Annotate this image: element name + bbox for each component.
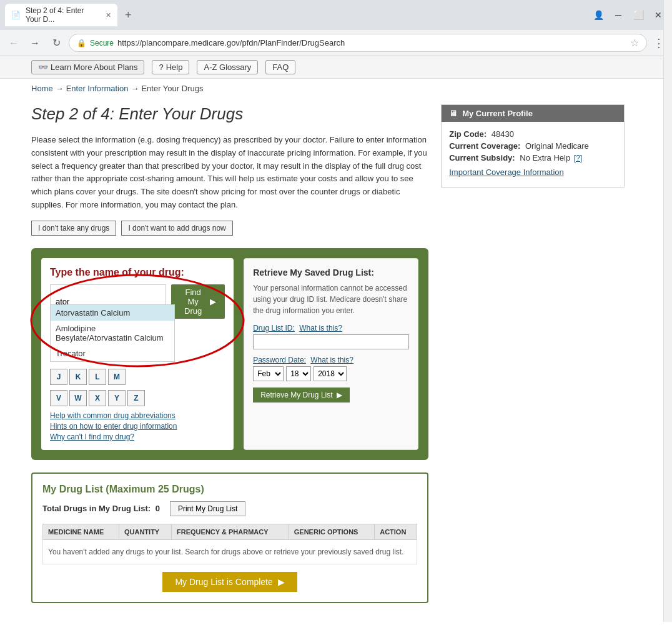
hints-link[interactable]: Hints on how to enter drug information	[50, 422, 225, 431]
reload-button[interactable]: ↻	[47, 34, 65, 52]
glasses-icon: 👓	[38, 62, 48, 72]
page-title: Step 2 of 4: Enter Your Drugs	[31, 104, 428, 124]
password-date-row: Password Date: What is this? Jan Feb Mar…	[253, 356, 409, 381]
password-date-help[interactable]: What is this?	[310, 356, 353, 364]
scrollbar[interactable]	[663, 0, 672, 622]
glossary-label: A-Z Glossary	[204, 62, 251, 72]
col-medicine-name: MEDICINE NAME	[43, 524, 119, 539]
find-drug-link[interactable]: Why can't I find my drug?	[50, 432, 225, 441]
profile-header-icon: 🖥	[449, 109, 457, 118]
faq-label: FAQ	[272, 62, 289, 72]
drug-list-stats: Total Drugs in My Drug List: 0 Print My …	[42, 501, 417, 516]
arrow-icon: ▶	[210, 297, 216, 306]
drug-table-head: MEDICINE NAME QUANTITY FREQUENCY & PHARM…	[43, 524, 417, 539]
content-layout: Step 2 of 4: Enter Your Drugs Please sel…	[31, 104, 625, 603]
skip-links: I don't take any drugs I don't want to a…	[31, 221, 428, 236]
drug-table: MEDICINE NAME QUANTITY FREQUENCY & PHARM…	[42, 524, 417, 564]
col-generic: GENERIC OPTIONS	[289, 524, 374, 539]
autocomplete-dropdown: Atorvastatin Calcium Amlodipine Besylate…	[50, 304, 175, 362]
breadcrumb: Home → Enter Information → Enter Your Dr…	[0, 79, 672, 98]
retrieve-drug-list-button[interactable]: Retrieve My Drug List ▶	[253, 388, 349, 402]
autocomplete-item-3[interactable]: Trecator	[51, 346, 174, 361]
abbreviations-link[interactable]: Help with common drug abbreviations	[50, 411, 225, 420]
faq-nav-item[interactable]: FAQ	[265, 60, 295, 74]
tab-icon: 📄	[11, 11, 21, 19]
coverage-link-row: Important Coverage Information	[449, 168, 616, 177]
help-nav-item[interactable]: ? Help	[152, 60, 189, 74]
content-main: Step 2 of 4: Enter Your Drugs Please sel…	[31, 104, 428, 603]
profile-card-body: Zip Code: 48430 Current Coverage: Origin…	[442, 122, 624, 187]
profile-card: 🖥 My Current Profile Zip Code: 48430 Cur…	[441, 104, 625, 188]
drug-table-empty-row: You haven't added any drugs to your list…	[43, 539, 417, 564]
find-drug-button[interactable]: Find My Drug ▶	[171, 284, 225, 319]
col-quantity: QUANTITY	[119, 524, 171, 539]
letter-btn-w[interactable]: W	[69, 390, 87, 406]
help-label: Help	[166, 62, 183, 72]
search-panel: Type the name of your drug: Find My Drug…	[41, 258, 234, 450]
letter-grid-row1: J K L M	[50, 369, 225, 385]
subsidy-value: No Extra Help	[520, 153, 570, 162]
address-input[interactable]	[117, 38, 626, 48]
letter-btn-m[interactable]: M	[108, 369, 126, 385]
subsidy-row: Current Subsidy: No Extra Help [?]	[449, 153, 616, 162]
drug-search-inner: Type the name of your drug: Find My Drug…	[41, 258, 418, 450]
print-drug-list-button[interactable]: Print My Drug List	[170, 501, 245, 516]
breadcrumb-enter-info[interactable]: Enter Information	[66, 84, 129, 93]
autocomplete-item-2[interactable]: Amlodipine Besylate/Atorvastatin Calcium	[51, 321, 174, 346]
letter-grid-row2: V W X Y Z	[50, 390, 225, 406]
learn-more-label: Learn More About Plans	[51, 62, 137, 72]
letter-btn-k[interactable]: K	[69, 369, 87, 385]
back-button[interactable]: ←	[5, 34, 22, 52]
no-drugs-button[interactable]: I don't take any drugs	[31, 221, 116, 236]
window-controls: 👤 ─ ⬜ ✕	[590, 6, 667, 24]
letter-btn-x[interactable]: X	[89, 390, 106, 406]
minimize-button[interactable]: ─	[610, 6, 627, 24]
profile-icon[interactable]: 👤	[590, 6, 607, 24]
breadcrumb-home[interactable]: Home	[31, 84, 53, 93]
retrieve-panel: Retrieve My Saved Drug List: Your person…	[244, 258, 418, 450]
glossary-nav-item[interactable]: A-Z Glossary	[197, 60, 258, 74]
profile-card-title: My Current Profile	[462, 109, 533, 118]
drug-list-id-input[interactable]	[253, 334, 409, 349]
zip-label: Zip Code:	[449, 129, 487, 139]
autocomplete-item-1[interactable]: Atorvastatin Calcium	[51, 305, 174, 321]
search-help-links: Help with common drug abbreviations Hint…	[50, 411, 225, 441]
breadcrumb-sep-1: →	[56, 84, 64, 93]
col-frequency: FREQUENCY & PHARMACY	[172, 524, 289, 539]
letter-btn-z[interactable]: Z	[127, 390, 145, 406]
letter-btn-j[interactable]: J	[50, 369, 67, 385]
year-select[interactable]: 2018	[314, 366, 347, 381]
letter-btn-y[interactable]: Y	[108, 390, 126, 406]
drug-count-text: Total Drugs in My Drug List: 0	[42, 504, 160, 513]
main-content: Step 2 of 4: Enter Your Drugs Please sel…	[0, 98, 656, 622]
day-select[interactable]: 18	[286, 366, 311, 381]
tab-close-icon[interactable]: ✕	[106, 11, 111, 19]
subsidy-help[interactable]: [?]	[574, 154, 582, 162]
drug-table-body: You haven't added any drugs to your list…	[43, 539, 417, 564]
find-drug-label: Find My Drug	[180, 288, 206, 316]
subsidy-label: Current Subsidy:	[449, 153, 515, 162]
drug-table-header-row: MEDICINE NAME QUANTITY FREQUENCY & PHARM…	[43, 524, 417, 539]
forward-button[interactable]: →	[26, 34, 44, 52]
no-add-drugs-button[interactable]: I don't want to add drugs now	[121, 221, 232, 236]
learn-more-nav-item[interactable]: 👓 Learn More About Plans	[31, 60, 144, 74]
secure-icon: 🔒	[77, 39, 86, 48]
letter-btn-v[interactable]: V	[50, 390, 67, 406]
month-select[interactable]: Jan Feb Mar Apr May Jun Jul Aug Sep	[253, 366, 284, 381]
breadcrumb-sep-2: →	[131, 84, 139, 93]
drug-list-container: My Drug List (Maximum 25 Drugs) Total Dr…	[31, 472, 428, 603]
new-tab-button[interactable]: +	[122, 9, 134, 21]
complete-btn-label: My Drug List is Complete	[175, 577, 272, 587]
breadcrumb-current: Enter Your Drugs	[141, 84, 203, 93]
search-input-area: Find My Drug ▶ Atorvastatin Calcium Amlo…	[50, 284, 225, 319]
complete-btn-arrow: ▶	[278, 577, 285, 587]
bookmark-icon[interactable]: ☆	[630, 37, 639, 49]
intro-text: Please select the information (e.g. dosi…	[31, 134, 428, 212]
drug-list-complete-button[interactable]: My Drug List is Complete ▶	[162, 572, 297, 592]
letter-btn-l[interactable]: L	[89, 369, 106, 385]
important-coverage-link[interactable]: Important Coverage Information	[449, 168, 564, 177]
site-navigation: 👓 Learn More About Plans ? Help A-Z Glos…	[0, 56, 672, 79]
maximize-button[interactable]: ⬜	[630, 6, 647, 24]
drug-list-id-help[interactable]: What is this?	[299, 324, 342, 332]
browser-tab[interactable]: 📄 Step 2 of 4: Enter Your D... ✕	[5, 4, 117, 26]
